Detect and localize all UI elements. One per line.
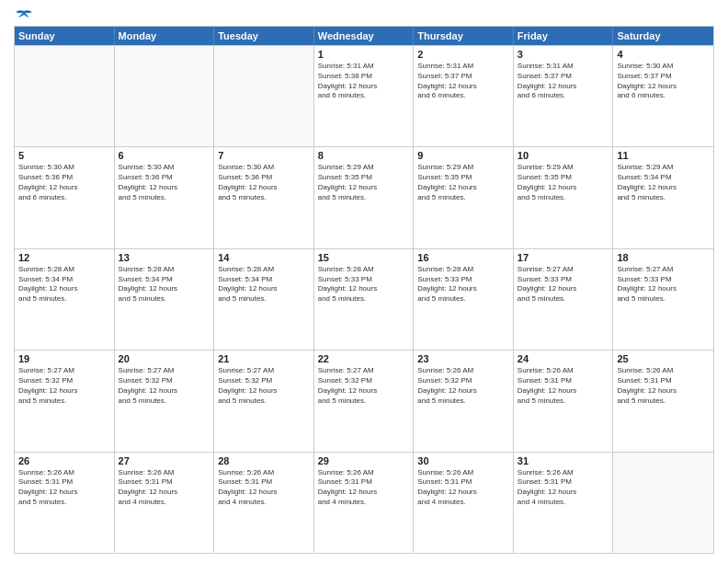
calendar-row-4: 19Sunrise: 5:27 AM Sunset: 5:32 PM Dayli…: [15, 350, 713, 451]
cell-info: Sunrise: 5:30 AM Sunset: 5:36 PM Dayligh…: [119, 163, 210, 202]
cell-info: Sunrise: 5:27 AM Sunset: 5:33 PM Dayligh…: [617, 265, 710, 304]
cell-info: Sunrise: 5:31 AM Sunset: 5:37 PM Dayligh…: [417, 62, 509, 101]
calendar-header-sunday: Sunday: [15, 27, 115, 45]
calendar-cell: 5Sunrise: 5:30 AM Sunset: 5:36 PM Daylig…: [15, 147, 115, 247]
cell-info: Sunrise: 5:26 AM Sunset: 5:31 PM Dayligh…: [318, 468, 410, 508]
cell-day-number: 7: [218, 150, 310, 161]
cell-day-number: 25: [617, 353, 710, 364]
cell-day-number: 5: [18, 150, 110, 161]
cell-day-number: 18: [617, 252, 710, 263]
cell-day-number: 29: [318, 455, 410, 466]
cell-info: Sunrise: 5:27 AM Sunset: 5:32 PM Dayligh…: [318, 366, 410, 406]
calendar-cell: 17Sunrise: 5:27 AM Sunset: 5:33 PM Dayli…: [514, 249, 614, 350]
calendar-cell: 13Sunrise: 5:28 AM Sunset: 5:34 PM Dayli…: [115, 249, 215, 350]
calendar-cell: 16Sunrise: 5:28 AM Sunset: 5:33 PM Dayli…: [414, 249, 514, 350]
calendar-cell: 21Sunrise: 5:27 AM Sunset: 5:32 PM Dayli…: [214, 350, 314, 451]
cell-day-number: 3: [518, 49, 609, 60]
calendar-row-5: 26Sunrise: 5:26 AM Sunset: 5:31 PM Dayli…: [15, 452, 713, 553]
cell-day-number: 19: [18, 353, 110, 364]
cell-day-number: 11: [617, 150, 710, 161]
cell-day-number: 27: [119, 455, 210, 466]
calendar-cell: 19Sunrise: 5:27 AM Sunset: 5:32 PM Dayli…: [15, 350, 115, 451]
cell-info: Sunrise: 5:30 AM Sunset: 5:37 PM Dayligh…: [617, 62, 710, 101]
calendar-header-thursday: Thursday: [414, 27, 514, 45]
logo-bird-icon: [16, 9, 32, 22]
cell-day-number: 28: [218, 455, 310, 466]
cell-info: Sunrise: 5:28 AM Sunset: 5:33 PM Dayligh…: [318, 265, 410, 304]
cell-day-number: 21: [218, 353, 310, 364]
cell-info: Sunrise: 5:30 AM Sunset: 5:36 PM Dayligh…: [218, 163, 310, 202]
cell-info: Sunrise: 5:26 AM Sunset: 5:31 PM Dayligh…: [18, 468, 110, 508]
calendar: SundayMondayTuesdayWednesdayThursdayFrid…: [14, 26, 714, 554]
calendar-cell: 31Sunrise: 5:26 AM Sunset: 5:31 PM Dayli…: [514, 453, 614, 553]
calendar-cell: [214, 46, 314, 146]
cell-info: Sunrise: 5:26 AM Sunset: 5:31 PM Dayligh…: [518, 366, 609, 406]
cell-info: Sunrise: 5:28 AM Sunset: 5:34 PM Dayligh…: [119, 265, 210, 304]
cell-info: Sunrise: 5:31 AM Sunset: 5:38 PM Dayligh…: [318, 62, 410, 101]
cell-day-number: 30: [417, 455, 509, 466]
calendar-header-wednesday: Wednesday: [314, 27, 415, 45]
cell-day-number: 22: [318, 353, 410, 364]
calendar-cell: 2Sunrise: 5:31 AM Sunset: 5:37 PM Daylig…: [414, 46, 514, 146]
cell-day-number: 26: [18, 455, 110, 466]
calendar-cell: 25Sunrise: 5:26 AM Sunset: 5:31 PM Dayli…: [613, 350, 713, 451]
calendar-cell: 10Sunrise: 5:29 AM Sunset: 5:35 PM Dayli…: [514, 147, 614, 247]
cell-day-number: 14: [218, 252, 310, 263]
cell-info: Sunrise: 5:28 AM Sunset: 5:34 PM Dayligh…: [218, 265, 310, 304]
calendar-cell: 8Sunrise: 5:29 AM Sunset: 5:35 PM Daylig…: [314, 147, 415, 247]
calendar-header-tuesday: Tuesday: [214, 27, 314, 45]
cell-info: Sunrise: 5:26 AM Sunset: 5:32 PM Dayligh…: [417, 366, 509, 406]
cell-day-number: 1: [318, 49, 410, 60]
calendar-cell: 4Sunrise: 5:30 AM Sunset: 5:37 PM Daylig…: [613, 46, 713, 146]
calendar-row-2: 5Sunrise: 5:30 AM Sunset: 5:36 PM Daylig…: [15, 146, 713, 247]
cell-day-number: 12: [18, 252, 110, 263]
calendar-cell: [613, 453, 713, 553]
cell-info: Sunrise: 5:30 AM Sunset: 5:36 PM Dayligh…: [18, 163, 110, 202]
cell-day-number: 8: [318, 150, 410, 161]
cell-info: Sunrise: 5:29 AM Sunset: 5:34 PM Dayligh…: [617, 163, 710, 202]
cell-info: Sunrise: 5:28 AM Sunset: 5:33 PM Dayligh…: [417, 265, 509, 304]
header: [14, 9, 714, 18]
cell-info: Sunrise: 5:29 AM Sunset: 5:35 PM Dayligh…: [417, 163, 509, 202]
cell-info: Sunrise: 5:26 AM Sunset: 5:31 PM Dayligh…: [218, 468, 310, 508]
calendar-header-saturday: Saturday: [613, 27, 713, 45]
cell-day-number: 24: [518, 353, 609, 364]
calendar-row-3: 12Sunrise: 5:28 AM Sunset: 5:34 PM Dayli…: [15, 248, 713, 350]
cell-info: Sunrise: 5:26 AM Sunset: 5:31 PM Dayligh…: [119, 468, 210, 508]
calendar-cell: 7Sunrise: 5:30 AM Sunset: 5:36 PM Daylig…: [214, 147, 314, 247]
calendar-cell: [115, 46, 215, 146]
cell-day-number: 4: [617, 49, 710, 60]
cell-day-number: 9: [417, 150, 509, 161]
cell-day-number: 17: [518, 252, 609, 263]
calendar-body: 1Sunrise: 5:31 AM Sunset: 5:38 PM Daylig…: [15, 45, 713, 553]
cell-info: Sunrise: 5:26 AM Sunset: 5:31 PM Dayligh…: [417, 468, 509, 508]
calendar-header-row: SundayMondayTuesdayWednesdayThursdayFrid…: [15, 27, 713, 45]
cell-info: Sunrise: 5:26 AM Sunset: 5:31 PM Dayligh…: [518, 468, 609, 508]
cell-day-number: 13: [119, 252, 210, 263]
calendar-cell: 24Sunrise: 5:26 AM Sunset: 5:31 PM Dayli…: [514, 350, 614, 451]
calendar-cell: 30Sunrise: 5:26 AM Sunset: 5:31 PM Dayli…: [414, 453, 514, 553]
cell-info: Sunrise: 5:27 AM Sunset: 5:32 PM Dayligh…: [18, 366, 110, 406]
cell-day-number: 10: [518, 150, 609, 161]
cell-info: Sunrise: 5:29 AM Sunset: 5:35 PM Dayligh…: [518, 163, 609, 202]
calendar-cell: [15, 46, 115, 146]
calendar-cell: 9Sunrise: 5:29 AM Sunset: 5:35 PM Daylig…: [414, 147, 514, 247]
calendar-cell: 18Sunrise: 5:27 AM Sunset: 5:33 PM Dayli…: [613, 249, 713, 350]
calendar-cell: 3Sunrise: 5:31 AM Sunset: 5:37 PM Daylig…: [514, 46, 614, 146]
cell-day-number: 23: [417, 353, 509, 364]
calendar-cell: 23Sunrise: 5:26 AM Sunset: 5:32 PM Dayli…: [414, 350, 514, 451]
calendar-cell: 1Sunrise: 5:31 AM Sunset: 5:38 PM Daylig…: [314, 46, 415, 146]
calendar-row-1: 1Sunrise: 5:31 AM Sunset: 5:38 PM Daylig…: [15, 45, 713, 146]
calendar-cell: 6Sunrise: 5:30 AM Sunset: 5:36 PM Daylig…: [115, 147, 215, 247]
cell-info: Sunrise: 5:27 AM Sunset: 5:32 PM Dayligh…: [119, 366, 210, 406]
calendar-header-friday: Friday: [514, 27, 614, 45]
cell-day-number: 15: [318, 252, 410, 263]
cell-info: Sunrise: 5:29 AM Sunset: 5:35 PM Dayligh…: [318, 163, 410, 202]
cell-info: Sunrise: 5:26 AM Sunset: 5:31 PM Dayligh…: [617, 366, 710, 406]
calendar-cell: 15Sunrise: 5:28 AM Sunset: 5:33 PM Dayli…: [314, 249, 415, 350]
calendar-cell: 22Sunrise: 5:27 AM Sunset: 5:32 PM Dayli…: [314, 350, 415, 451]
calendar-header-monday: Monday: [115, 27, 215, 45]
logo: [14, 9, 32, 18]
calendar-cell: 27Sunrise: 5:26 AM Sunset: 5:31 PM Dayli…: [115, 453, 215, 553]
cell-info: Sunrise: 5:27 AM Sunset: 5:32 PM Dayligh…: [218, 366, 310, 406]
